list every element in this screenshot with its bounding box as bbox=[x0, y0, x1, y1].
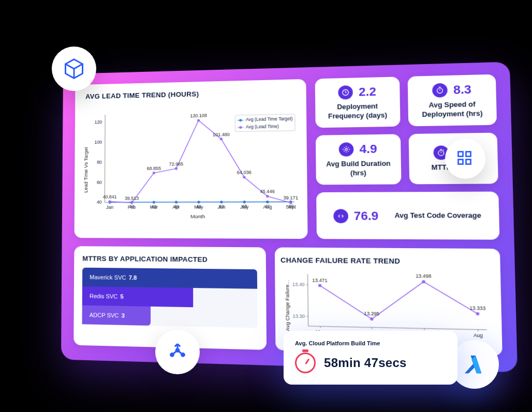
build-time-value: 58min 47secs bbox=[324, 356, 407, 370]
kpi-value: 8.3 bbox=[453, 83, 471, 97]
svg-text:40: 40 bbox=[97, 200, 102, 205]
kpi-deployment-speed: 8.3 Avg Speed of Deployment (hrs) bbox=[408, 74, 497, 127]
gear-icon bbox=[339, 142, 354, 156]
build-time-label: Avg. Cloud Platform Build Time bbox=[295, 340, 446, 346]
svg-point-37 bbox=[220, 201, 223, 203]
svg-point-85 bbox=[318, 284, 321, 287]
svg-point-99 bbox=[182, 353, 185, 356]
svg-text:39.513: 39.513 bbox=[125, 195, 139, 201]
svg-text:45.446: 45.446 bbox=[260, 189, 275, 194]
svg-text:40: 40 bbox=[196, 204, 201, 209]
cfr-y-axis-label: Avg Change Failure... bbox=[284, 280, 291, 331]
svg-point-48 bbox=[266, 195, 269, 197]
lead-legend: Avg (Lead Time Target) Avg (Lead Time) bbox=[235, 114, 295, 132]
svg-text:40: 40 bbox=[129, 204, 135, 209]
svg-point-98 bbox=[171, 353, 174, 356]
svg-text:40: 40 bbox=[219, 204, 224, 209]
code-icon bbox=[333, 209, 348, 223]
svg-text:13.333: 13.333 bbox=[469, 305, 485, 311]
svg-point-44 bbox=[175, 167, 178, 170]
lead-time-chart: 40 60 80 100 120 Lead Time Vs Target Jan… bbox=[79, 99, 303, 222]
svg-text:60: 60 bbox=[97, 179, 102, 185]
stopwatch-icon bbox=[432, 83, 448, 98]
routing-icon bbox=[155, 330, 200, 374]
svg-text:Aug: Aug bbox=[474, 332, 483, 338]
svg-text:Jan: Jan bbox=[106, 205, 113, 210]
svg-line-72 bbox=[308, 326, 487, 329]
mttrs-bar: ADCP SVC 3 bbox=[82, 305, 151, 325]
svg-text:Avg (Lead Time): Avg (Lead Time) bbox=[246, 124, 279, 129]
svg-point-39 bbox=[266, 201, 269, 203]
svg-text:13.30: 13.30 bbox=[293, 313, 305, 319]
kpi-test-coverage: 76.9 Avg Test Code Coverage bbox=[316, 191, 500, 239]
svg-text:40: 40 bbox=[174, 204, 179, 209]
kpi-label: Avg Test Code Coverage bbox=[394, 211, 481, 220]
svg-point-41 bbox=[109, 200, 111, 203]
svg-line-0 bbox=[105, 115, 105, 202]
svg-text:80: 80 bbox=[97, 160, 102, 165]
svg-text:40: 40 bbox=[151, 204, 156, 209]
svg-point-69 bbox=[345, 148, 347, 150]
clock-icon bbox=[338, 85, 353, 100]
cube-icon bbox=[52, 47, 96, 91]
svg-text:13.295: 13.295 bbox=[364, 310, 380, 316]
svg-text:64.036: 64.036 bbox=[237, 170, 252, 175]
svg-text:40.841: 40.841 bbox=[103, 194, 117, 200]
azure-icon bbox=[450, 340, 499, 389]
kpi-label: Avg Speed of Deployment (hrs) bbox=[414, 100, 491, 120]
devops-dashboard: AVG LEAD TIME TREND (HOURS) 40 60 80 100… bbox=[61, 62, 518, 372]
svg-point-43 bbox=[153, 172, 155, 174]
svg-text:120: 120 bbox=[95, 119, 102, 125]
lead-time-chart-card: AVG LEAD TIME TREND (HOURS) 40 60 80 100… bbox=[75, 79, 308, 239]
cloud-build-time-card: Avg. Cloud Platform Build Time 58min 47s… bbox=[284, 331, 457, 385]
svg-point-97 bbox=[176, 349, 179, 352]
svg-text:100: 100 bbox=[95, 140, 102, 145]
svg-text:40: 40 bbox=[242, 204, 247, 209]
mttrs-title: MTTRS BY APPLICATION IMPACTED bbox=[82, 254, 257, 264]
lead-y-axis-label: Lead Time Vs Target bbox=[83, 147, 89, 193]
stopwatch-icon bbox=[295, 353, 316, 373]
svg-line-71 bbox=[308, 274, 308, 326]
grid-icon bbox=[445, 139, 485, 179]
kpi-label: Avg Build Duration (hrs) bbox=[321, 159, 396, 178]
lead-x-axis-label: Month bbox=[190, 213, 205, 219]
svg-text:40: 40 bbox=[265, 204, 271, 209]
svg-text:13.471: 13.471 bbox=[313, 277, 328, 283]
svg-text:72.965: 72.965 bbox=[169, 161, 184, 167]
svg-text:Avg (Lead Time Target): Avg (Lead Time Target) bbox=[246, 117, 293, 123]
svg-point-34 bbox=[153, 201, 155, 204]
svg-rect-94 bbox=[466, 152, 471, 157]
svg-text:120.108: 120.108 bbox=[190, 113, 207, 119]
kpi-value: 76.9 bbox=[353, 209, 378, 223]
svg-text:39.171: 39.171 bbox=[283, 195, 298, 201]
kpi-value: 4.9 bbox=[360, 142, 377, 156]
svg-point-36 bbox=[197, 201, 200, 203]
svg-text:101.480: 101.480 bbox=[213, 132, 230, 138]
kpi-build-duration: 4.9 Avg Build Duration (hrs) bbox=[316, 134, 402, 185]
svg-rect-95 bbox=[459, 160, 463, 164]
svg-rect-96 bbox=[466, 160, 471, 164]
cfr-title: CHANGE FAILURE RATE TREND bbox=[280, 256, 494, 266]
mttrs-bar: Redis SVC 5 bbox=[82, 286, 193, 307]
svg-point-88 bbox=[476, 312, 480, 315]
mttrs-bars: Maverick SVC 7.8 Redis SVC 5 ADCP SVC 3 bbox=[82, 267, 258, 328]
mttrs-bar: Maverick SVC 7.8 bbox=[82, 267, 257, 288]
svg-point-38 bbox=[243, 201, 246, 203]
svg-text:13.40: 13.40 bbox=[292, 281, 305, 287]
lead-time-title: AVG LEAD TIME TREND (HOURS) bbox=[79, 87, 302, 100]
kpi-label: Deployment Frequency (days) bbox=[321, 102, 395, 121]
svg-text:40: 40 bbox=[288, 204, 294, 209]
svg-text:68.855: 68.855 bbox=[147, 165, 161, 171]
svg-rect-93 bbox=[459, 152, 463, 157]
kpi-deployment-frequency: 2.2 Deployment Frequency (days) bbox=[315, 77, 401, 128]
svg-point-47 bbox=[243, 176, 245, 178]
svg-text:13.498: 13.498 bbox=[416, 273, 432, 279]
svg-point-35 bbox=[175, 201, 178, 203]
kpi-value: 2.2 bbox=[359, 85, 376, 99]
